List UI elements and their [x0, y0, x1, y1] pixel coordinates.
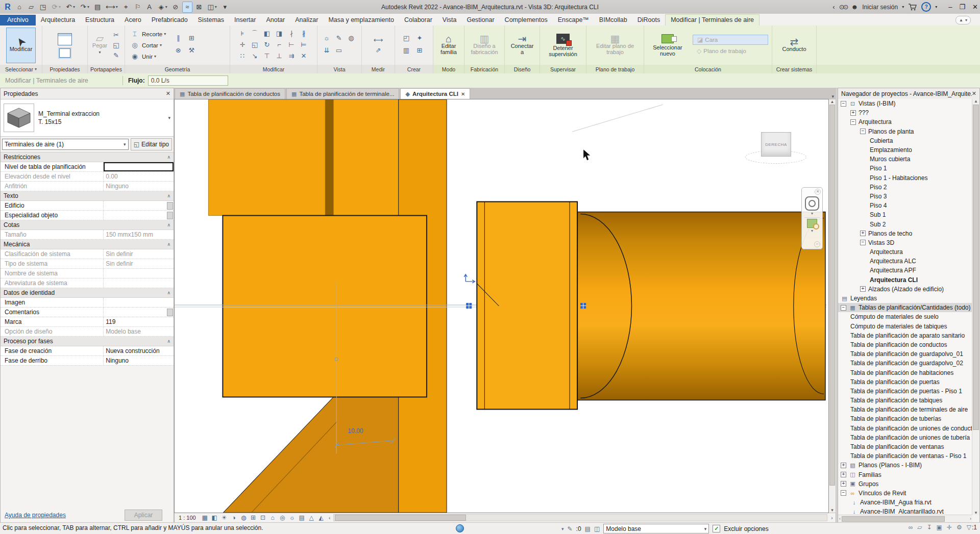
- property-row[interactable]: Tipo de sistema Sin definir: [1, 259, 174, 269]
- canvas-vscroll-thumb[interactable]: [829, 105, 835, 486]
- copy-icon[interactable]: ◱: [111, 40, 122, 50]
- cart-icon[interactable]: [908, 4, 917, 11]
- split-with-gap-icon[interactable]: ∦: [298, 29, 309, 39]
- stop-monitoring-button[interactable]: ∿ Detener supervisión: [541, 29, 585, 62]
- temporary-hide-isolate-icon[interactable]: ◎: [278, 514, 287, 521]
- unpin-icon[interactable]: ⊥: [274, 51, 285, 61]
- property-value[interactable]: Sin definir: [106, 260, 133, 267]
- switch-windows-icon[interactable]: ◫▾: [206, 2, 218, 13]
- property-group-header[interactable]: Restricciones ∧: [1, 152, 174, 162]
- select-links-icon[interactable]: ∞: [909, 524, 913, 531]
- tree-item[interactable]: ∞ Vínculos de Revit: [838, 489, 972, 498]
- ribbon-tab[interactable]: Archivo: [0, 15, 36, 26]
- sync-icon[interactable]: ⟳▾: [50, 2, 62, 13]
- measure-between-icon[interactable]: ⟷: [373, 35, 384, 45]
- view-tab[interactable]: ◈ Arquitectura CLI ✕: [400, 88, 470, 99]
- expander-icon[interactable]: [841, 481, 846, 487]
- cut-icon[interactable]: ✂: [111, 30, 122, 40]
- editable-only-icon[interactable]: ✎: [568, 525, 573, 532]
- sign-in-button[interactable]: Iniciar sesión: [862, 4, 898, 11]
- tree-item[interactable]: Cómputo de materiales de suelo: [838, 312, 972, 321]
- view-tab[interactable]: ▦ Tabla de planificación de conductos ✕: [175, 88, 285, 99]
- property-row[interactable]: Marca 119: [1, 317, 174, 327]
- tree-item[interactable]: Sub 1: [838, 210, 972, 219]
- unjoin-icon[interactable]: ⊗: [173, 45, 184, 56]
- tree-item[interactable]: Tabla de planificación de terminales de …: [838, 405, 972, 414]
- linework-icon[interactable]: ✎: [333, 33, 345, 43]
- minimize-button[interactable]: –: [948, 3, 952, 11]
- ribbon-tab[interactable]: Estructura: [80, 15, 119, 26]
- ribbon-tab[interactable]: Enscape™: [553, 15, 594, 26]
- redo-icon[interactable]: ↷▾: [78, 2, 91, 13]
- wheel-caret-icon[interactable]: ▼: [811, 212, 814, 215]
- tree-item[interactable]: ▣ Grupos: [838, 479, 972, 489]
- ribbon-tab[interactable]: Masa y emplazamiento: [323, 15, 399, 26]
- text-icon[interactable]: A▾: [144, 2, 155, 13]
- type-selector[interactable]: M_Terminal extraccion T. 15x15 ▾: [1, 99, 174, 137]
- restore-button[interactable]: ❐: [959, 3, 965, 11]
- paste-button[interactable]: ▱ Pegar ▾: [91, 30, 109, 61]
- ribbon-state-toggle[interactable]: ▲▾: [955, 16, 971, 24]
- expander-icon[interactable]: [850, 110, 856, 116]
- tree-item[interactable]: Tabla de planificación de guardapolvo_02: [838, 359, 972, 368]
- selection-settings-icon[interactable]: ⚙: [957, 524, 962, 531]
- shadows-icon[interactable]: ◑: [229, 514, 239, 521]
- cut-geometry-icon[interactable]: ◎ Cortar ▾: [129, 40, 166, 51]
- value-edit-button[interactable]: [167, 309, 173, 316]
- connect-to-button[interactable]: ⇥ Conectar a: [506, 29, 538, 62]
- tree-item[interactable]: Muros cubierta: [838, 155, 972, 164]
- ribbon-collapse-icon[interactable]: ▲: [959, 18, 963, 22]
- tree-item[interactable]: ▦ Tablas de planificación/Cantidades (to…: [838, 303, 972, 312]
- property-value[interactable]: Ninguno: [106, 183, 129, 190]
- align-icon[interactable]: ⊧: [237, 29, 248, 39]
- tree-item[interactable]: Tabla de planificación de habitaciones: [838, 368, 972, 377]
- underlay-icon[interactable]: ⇊: [321, 45, 332, 56]
- zoom-icon[interactable]: [807, 219, 817, 228]
- tree-item[interactable]: Arquitectura CLI: [838, 275, 972, 285]
- expander-icon[interactable]: [841, 463, 846, 468]
- browser-horizontal-scrollbar[interactable]: ‹›: [838, 515, 972, 522]
- tree-item[interactable]: Sub 2: [838, 219, 972, 228]
- save-icon[interactable]: ◳▾: [38, 2, 48, 13]
- expander-icon[interactable]: [841, 101, 846, 107]
- tree-item[interactable]: Tabla de planificación de puertas - Piso…: [838, 387, 972, 396]
- canvas-horizontal-scrollbar[interactable]: [333, 514, 827, 521]
- edit-type-button[interactable]: ◱Editar tipo: [131, 138, 172, 150]
- expander-icon[interactable]: [841, 472, 846, 477]
- tree-item[interactable]: Tabla de planificación de ventanas: [838, 442, 972, 451]
- demolish-icon[interactable]: ⚒: [186, 45, 197, 56]
- render-icon[interactable]: ◍: [346, 33, 357, 43]
- tag-icon[interactable]: ⚐▾: [133, 2, 143, 13]
- tree-item[interactable]: Alzados (Alzado de edificio): [838, 285, 972, 294]
- property-value[interactable]: Sin definir: [106, 250, 133, 258]
- select-new-button[interactable]: Seleccionar nuevo: [648, 29, 688, 62]
- tree-item[interactable]: Piso 4: [838, 201, 972, 210]
- category-filter-combo[interactable]: Terminales de aire (1)▾: [2, 139, 129, 150]
- tree-item[interactable]: Arquitectura ALC: [838, 257, 972, 266]
- ribbon-tab[interactable]: Acero: [119, 15, 146, 26]
- properties-palette-icon[interactable]: [59, 48, 70, 58]
- browser-hscroll-thumb[interactable]: [842, 516, 945, 522]
- legend-component-icon[interactable]: ▥: [401, 45, 412, 56]
- join-geometry-icon[interactable]: ◉ Unir ▾: [129, 51, 166, 62]
- design-to-fabrication-button[interactable]: ▥ Diseño a fabricación: [465, 29, 503, 62]
- ribbon-tab[interactable]: Sistemas: [193, 15, 229, 26]
- property-row[interactable]: Comentarios: [1, 308, 174, 317]
- collapse-group-icon[interactable]: ∧: [167, 339, 170, 344]
- property-row[interactable]: Nombre de sistema: [1, 269, 174, 278]
- tree-item[interactable]: ↓ Avance-IBIM_Agua fria.rvt: [838, 498, 972, 507]
- drawing-area[interactable]: 10.00 DERECHA ✕ ▼ ▼ −: [174, 99, 829, 513]
- dropdown-caret-icon[interactable]: ▾: [154, 54, 156, 59]
- browser-vscroll-thumb[interactable]: [973, 105, 979, 430]
- property-group-header[interactable]: Texto ∧: [1, 191, 174, 201]
- copy2-icon[interactable]: ◱: [249, 40, 260, 50]
- property-row[interactable]: Abreviatura de sistema: [1, 278, 174, 288]
- property-group-header[interactable]: Datos de identidad ∧: [1, 288, 174, 298]
- tree-item[interactable]: Piso 1 - Habitaciones: [838, 173, 972, 183]
- close-browser-icon[interactable]: ✕: [972, 90, 976, 97]
- scale-icon[interactable]: ↘: [249, 51, 260, 61]
- reveal-hidden-elements-icon[interactable]: ☼: [287, 514, 297, 521]
- tree-item[interactable]: Tabla de planificación de aparato sanita…: [838, 331, 972, 340]
- view-scale-button[interactable]: 1 : 100: [175, 515, 200, 521]
- close-button[interactable]: ✕: [972, 3, 978, 11]
